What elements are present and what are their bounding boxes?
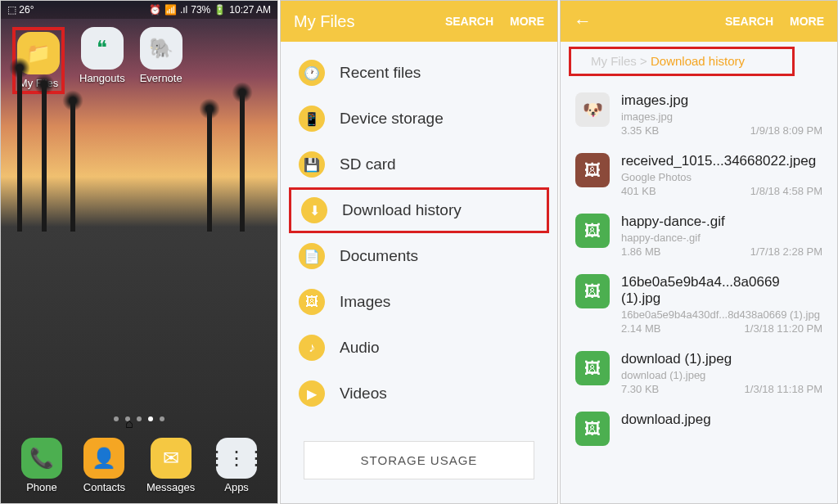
breadcrumb-sep: >: [640, 54, 647, 68]
category-device-storage[interactable]: 📱Device storage: [281, 96, 557, 142]
category-label: Recent files: [340, 64, 421, 82]
file-meta: happy-dance-.gif happy-dance-.gif 1.86 M…: [621, 214, 822, 258]
dock-contacts[interactable]: 👤Contacts: [83, 438, 125, 493]
file-item[interactable]: 🖼 happy-dance-.gif happy-dance-.gif 1.86…: [561, 205, 837, 266]
dock-label: Apps: [224, 481, 249, 493]
category-images[interactable]: 🖼Images: [281, 279, 557, 325]
search-action[interactable]: SEARCH: [445, 15, 493, 28]
search-action[interactable]: SEARCH: [725, 15, 773, 28]
category-icon: ▶: [299, 380, 325, 407]
more-action[interactable]: MORE: [790, 15, 824, 28]
myfiles-screen: My Files SEARCH MORE 🕐Recent files📱Devic…: [280, 0, 558, 504]
file-sub: download (1).jpeg: [621, 369, 822, 381]
page-indicator: ⌂: [1, 416, 277, 421]
file-sub: happy-dance-.gif: [621, 232, 822, 244]
clock: 10:27 AM: [229, 4, 271, 16]
file-size: 3.35 KB: [621, 124, 659, 137]
category-download-history[interactable]: ⬇Download history: [289, 187, 549, 233]
file-item[interactable]: 🖼 16be0a5e9b4a4...8a0669 (1).jpg 16be0a5…: [561, 266, 837, 343]
file-name: images.jpg: [621, 92, 822, 109]
breadcrumb-current: Download history: [651, 54, 745, 68]
category-label: Images: [340, 293, 390, 311]
file-item[interactable]: 🖼 download.jpeg: [561, 403, 837, 454]
category-label: Videos: [340, 385, 387, 403]
category-icon: 🕐: [299, 60, 325, 86]
category-icon: 📄: [299, 243, 325, 269]
category-label: SD card: [340, 155, 396, 173]
file-date: 1/3/18 11:18 PM: [745, 383, 822, 395]
category-documents[interactable]: 📄Documents: [281, 233, 557, 279]
storage-usage-button[interactable]: STORAGE USAGE: [304, 441, 534, 479]
dock-apps[interactable]: ⋮⋮⋮Apps: [216, 438, 257, 493]
category-recent-files[interactable]: 🕐Recent files: [281, 50, 557, 96]
category-label: Device storage: [340, 110, 444, 128]
file-meta: 16be0a5e9b4a4...8a0669 (1).jpg 16be0a5e9…: [621, 274, 822, 335]
alarm-icon: ⏰: [149, 4, 161, 16]
home-icon-dot: ⌂: [125, 416, 130, 421]
dock-phone[interactable]: 📞Phone: [21, 438, 62, 493]
file-name: received_1015...34668022.jpeg: [621, 153, 822, 169]
file-size: 7.30 KB: [621, 383, 659, 395]
file-list: 🐶 images.jpg images.jpg 3.35 KB1/9/18 8:…: [561, 81, 837, 457]
dock-icon: ✉: [151, 438, 191, 479]
status-left: ⬚ 26°: [7, 4, 34, 16]
file-meta: images.jpg images.jpg 3.35 KB1/9/18 8:09…: [621, 92, 822, 137]
wallpaper: [1, 19, 277, 503]
file-thumb: 🖼: [575, 274, 610, 308]
file-date: 1/9/18 8:09 PM: [750, 124, 822, 137]
category-videos[interactable]: ▶Videos: [281, 371, 557, 416]
file-name: download (1).jpeg: [621, 351, 822, 367]
more-action[interactable]: MORE: [510, 15, 544, 28]
dock-label: Messages: [146, 481, 195, 493]
app-title: My Files: [294, 12, 354, 31]
file-meta: download.jpeg: [621, 412, 822, 428]
file-name: happy-dance-.gif: [621, 214, 822, 230]
downloads-screen: ← SEARCH MORE My Files > Download histor…: [560, 0, 838, 504]
dock-icon: 📞: [21, 438, 62, 479]
battery-icon: 🔋: [214, 4, 226, 16]
category-audio[interactable]: ♪Audio: [281, 325, 557, 371]
file-item[interactable]: 🖼 received_1015...34668022.jpeg Google P…: [561, 145, 837, 205]
file-thumb: 🐶: [575, 92, 610, 127]
battery-pct: 73%: [191, 4, 210, 16]
breadcrumb-root[interactable]: My Files: [591, 54, 637, 68]
status-bar: ⬚ 26° ⏰ 📶 .ıl 73% 🔋 10:27 AM: [1, 1, 277, 19]
file-meta: download (1).jpeg download (1).jpeg 7.30…: [621, 351, 822, 395]
category-icon: 📱: [299, 106, 325, 132]
wifi-icon: 📶: [164, 4, 177, 16]
category-sd-card[interactable]: 💾SD card: [281, 142, 557, 187]
file-thumb: 🖼: [575, 153, 610, 187]
dock-icon: ⋮⋮⋮: [216, 438, 257, 479]
file-sub: 16be0a5e9b4a430df...8d438a0669 (1).jpg: [621, 308, 822, 321]
category-icon: 💾: [299, 151, 325, 178]
category-list: 🕐Recent files📱Device storage💾SD card⬇Dow…: [281, 42, 557, 425]
file-size: 401 KB: [621, 185, 656, 197]
dock-label: Contacts: [83, 481, 125, 493]
category-label: Download history: [342, 201, 462, 219]
file-item[interactable]: 🖼 download (1).jpeg download (1).jpeg 7.…: [561, 343, 837, 403]
app-bar: My Files SEARCH MORE: [281, 1, 557, 42]
dock-messages[interactable]: ✉Messages: [146, 438, 195, 493]
file-date: 1/7/18 2:28 PM: [750, 245, 822, 258]
breadcrumb[interactable]: My Files > Download history: [576, 43, 759, 79]
category-label: Audio: [340, 339, 380, 357]
category-icon: ♪: [299, 335, 325, 361]
file-date: 1/8/18 4:58 PM: [750, 185, 822, 197]
file-sub: images.jpg: [621, 110, 822, 123]
file-meta: received_1015...34668022.jpeg Google Pho…: [621, 153, 822, 197]
app-bar: ← SEARCH MORE: [561, 1, 837, 42]
breadcrumb-highlight: My Files > Download history: [569, 47, 795, 76]
file-thumb: 🖼: [575, 351, 610, 385]
dock-label: Phone: [26, 481, 57, 493]
file-name: download.jpeg: [621, 412, 822, 428]
category-icon: ⬇: [301, 197, 327, 223]
dock-icon: 👤: [83, 438, 124, 479]
file-item[interactable]: 🐶 images.jpg images.jpg 3.35 KB1/9/18 8:…: [561, 84, 837, 145]
category-icon: 🖼: [299, 289, 325, 315]
back-button[interactable]: ←: [574, 11, 592, 32]
dock: 📞Phone👤Contacts✉Messages⋮⋮⋮Apps: [1, 438, 277, 493]
home-screen: ⬚ 26° ⏰ 📶 .ıl 73% 🔋 10:27 AM 📁My Files❝H…: [0, 0, 278, 504]
file-size: 1.86 MB: [621, 245, 660, 258]
file-name: 16be0a5e9b4a4...8a0669 (1).jpg: [621, 274, 822, 307]
category-label: Documents: [340, 247, 418, 265]
